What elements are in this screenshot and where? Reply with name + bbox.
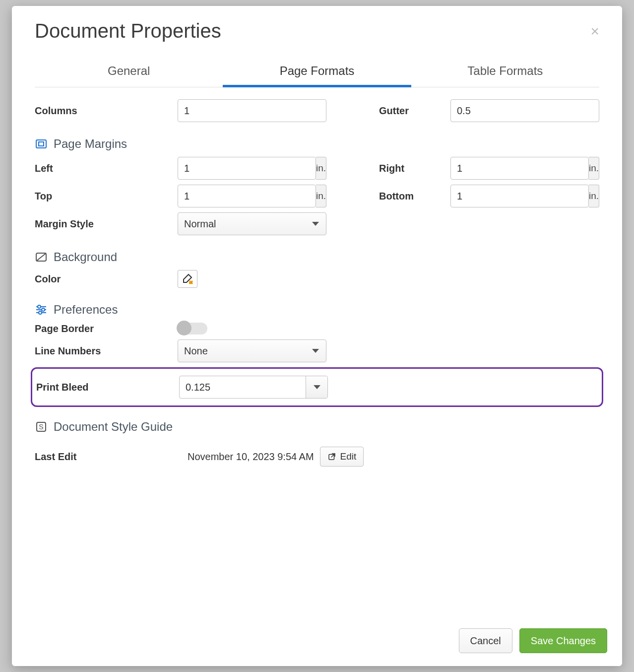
edit-button-label: Edit (340, 451, 357, 462)
columns-label: Columns (35, 105, 169, 117)
gutter-label: Gutter (379, 105, 442, 117)
section-page-margins: Page Margins (35, 137, 599, 151)
gutter-input[interactable] (450, 99, 599, 122)
svg-rect-1 (39, 142, 44, 146)
chevron-down-icon (312, 222, 319, 226)
preferences-icon (35, 303, 48, 316)
line-numbers-label: Line Numbers (35, 345, 169, 357)
section-background: Background (35, 250, 599, 264)
right-margin-unit: in. (589, 157, 599, 180)
toggle-knob (177, 321, 191, 336)
page-border-label: Page Border (35, 323, 169, 335)
top-margin-input[interactable] (178, 185, 316, 207)
top-margin-unit: in. (316, 185, 326, 207)
section-preferences: Preferences (35, 303, 599, 317)
print-bleed-value: 0.125 (180, 376, 306, 398)
bottom-margin-label: Bottom (379, 191, 442, 202)
svg-rect-0 (36, 140, 46, 148)
print-bleed-highlight: Print Bleed 0.125 (31, 367, 603, 407)
external-link-icon (327, 452, 336, 461)
svg-point-9 (42, 308, 45, 311)
tab-page-formats[interactable]: Page Formats (223, 59, 411, 87)
edit-style-guide-button[interactable]: Edit (320, 447, 364, 467)
page-formats-panel: Columns Gutter Page Margins Left in. Rig… (12, 94, 622, 618)
print-bleed-dropdown-button[interactable] (306, 376, 327, 398)
tab-general[interactable]: General (35, 59, 223, 87)
print-bleed-combo[interactable]: 0.125 (179, 376, 328, 399)
section-style-guide: S Document Style Guide (35, 420, 599, 434)
modal-title: Document Properties (35, 20, 221, 42)
color-label: Color (35, 273, 169, 285)
last-edit-label: Last Edit (35, 451, 160, 463)
section-page-margins-label: Page Margins (54, 137, 127, 151)
section-preferences-label: Preferences (54, 303, 118, 317)
bottom-margin-unit: in. (589, 185, 599, 207)
modal-footer: Cancel Save Changes (12, 618, 622, 666)
print-bleed-label: Print Bleed (36, 382, 170, 393)
top-margin-label: Top (35, 191, 169, 202)
margin-style-select[interactable]: Normal (178, 212, 326, 235)
tab-table-formats[interactable]: Table Formats (411, 59, 599, 87)
left-margin-input[interactable] (178, 157, 316, 180)
left-margin-unit: in. (316, 157, 326, 180)
style-guide-icon: S (35, 420, 48, 433)
right-margin-input[interactable] (450, 157, 589, 180)
line-numbers-value: None (184, 345, 208, 357)
color-picker[interactable] (178, 270, 197, 288)
section-style-guide-label: Document Style Guide (54, 420, 173, 434)
left-margin-label: Left (35, 163, 169, 174)
last-edit-value: November 10, 2023 9:54 AM (188, 451, 314, 463)
page-border-toggle[interactable] (178, 323, 207, 335)
page-margins-icon (35, 137, 48, 150)
tabs: General Page Formats Table Formats (35, 59, 599, 87)
bottom-margin-input[interactable] (450, 185, 589, 207)
svg-point-7 (38, 305, 41, 308)
save-changes-button[interactable]: Save Changes (519, 628, 607, 653)
line-numbers-select[interactable]: None (178, 339, 326, 362)
columns-input[interactable] (178, 99, 326, 122)
document-properties-modal: Document Properties × General Page Forma… (12, 6, 622, 666)
margin-style-label: Margin Style (35, 218, 169, 230)
margin-style-value: Normal (184, 218, 216, 230)
cancel-button[interactable]: Cancel (459, 628, 512, 653)
chevron-down-icon (314, 385, 320, 389)
svg-text:S: S (39, 423, 43, 431)
background-icon (35, 251, 48, 264)
section-background-label: Background (54, 250, 117, 264)
close-icon[interactable]: × (590, 24, 599, 39)
chevron-down-icon (312, 349, 319, 353)
svg-point-11 (39, 311, 42, 314)
right-margin-label: Right (379, 163, 442, 174)
